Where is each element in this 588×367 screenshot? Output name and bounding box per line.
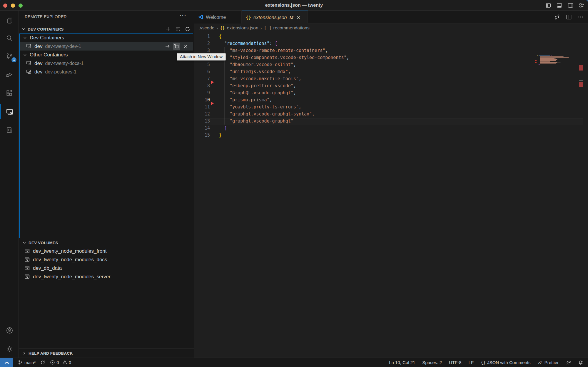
code-line[interactable]: 12 "graphql.vscode-graphql-syntax", (194, 110, 588, 118)
explorer-icon[interactable] (0, 13, 19, 28)
sidebar-remote-explorer: REMOTE EXPLORER ··· DEV CONTAINERS (19, 11, 194, 358)
feedback-icon (566, 360, 571, 365)
eol-status[interactable]: LF (469, 360, 474, 365)
minimap[interactable] (537, 55, 569, 66)
container-item[interactable]: devdev-twenty-docs-1 (20, 59, 193, 68)
code-line[interactable]: 4 "styled-components.vscode-styled-compo… (194, 54, 588, 61)
code-line[interactable]: 10 "prisma.prisma", (194, 96, 588, 103)
vscode-window: extensions.json — twenty (0, 0, 588, 367)
chevron-down-icon (21, 27, 26, 31)
title-bar: extensions.json — twenty (0, 0, 588, 11)
toggle-primary-sidebar-icon[interactable] (544, 2, 552, 9)
container-tools-icon[interactable] (0, 123, 19, 138)
notifications-status[interactable] (578, 360, 583, 365)
code-line[interactable]: 14 ] (194, 125, 588, 132)
stop-icon[interactable] (182, 43, 189, 50)
formatter-status[interactable]: ✓✓ Prettier (538, 360, 559, 365)
code-line[interactable]: 7 "ms-vscode.makefile-tools", (194, 75, 588, 82)
section-dev-volumes: DEV VOLUMES dev_twenty_node_modules_fron… (20, 239, 193, 281)
tab-extensions-json[interactable]: {} extensions.json M ✕ (242, 11, 308, 24)
double-check-icon: ✓✓ (538, 360, 543, 365)
toggle-panel-icon[interactable] (556, 2, 563, 9)
json-braces-icon: {} (246, 15, 251, 20)
source-control-badge: 1 (11, 57, 16, 62)
settings-gear-icon[interactable] (0, 341, 19, 356)
tree-group-other-containers[interactable]: Other Containers (20, 51, 193, 59)
cursor-position-status[interactable]: Ln 10, Col 21 (389, 360, 415, 365)
code-line[interactable]: 1{ (194, 33, 588, 40)
vscode-logo-icon (198, 14, 203, 20)
volume-item[interactable]: dev_twenty_node_modules_server (20, 272, 193, 281)
add-container-icon[interactable] (165, 26, 171, 32)
warnings-icon (62, 360, 67, 365)
customize-layout-icon[interactable] (578, 2, 585, 9)
code-line[interactable]: 9 "GraphQL.vscode-graphql", (194, 89, 588, 96)
remote-explorer-icon[interactable] (0, 104, 19, 119)
accounts-icon[interactable] (0, 323, 19, 338)
close-tab-icon[interactable]: ✕ (297, 15, 300, 20)
split-editor-icon[interactable] (565, 13, 573, 21)
more-actions-icon[interactable] (577, 13, 584, 21)
tab-welcome[interactable]: Welcome (194, 11, 242, 24)
open-changes-icon[interactable] (553, 13, 561, 21)
breadcrumb[interactable]: .vscode › {} extensions.json › [ ] recom… (194, 24, 588, 32)
chevron-right-icon (22, 351, 26, 356)
code-line[interactable]: 6 "unifiedjs.vscode-mdx", (194, 68, 588, 75)
code-editor[interactable]: 1{2 "recommendations": [3 "ms-vscode-rem… (194, 32, 588, 358)
section-header-dev-containers[interactable]: DEV CONTAINERS (19, 25, 194, 33)
dev-containers-tree: Dev Containersdevdev-twenty-dev-1Other C… (20, 33, 193, 76)
git-branch-status[interactable]: main* (18, 360, 36, 365)
section-header-dev-volumes[interactable]: DEV VOLUMES (20, 239, 193, 247)
sidebar-more-actions-icon[interactable]: ··· (180, 13, 187, 19)
clear-list-icon[interactable] (175, 26, 181, 32)
code-line[interactable]: 11 "yoavbls.pretty-ts-errors", (194, 103, 588, 110)
problems-status[interactable]: 0 0 (50, 360, 71, 365)
code-line[interactable]: 13 "graphql.vscode-graphql" (194, 118, 588, 125)
attach-current-window-icon[interactable] (164, 43, 171, 50)
section-header-help-and-feedback[interactable]: HELP AND FEEDBACK (19, 348, 194, 358)
code-line[interactable]: 5 "dbaeumer.vscode-eslint", (194, 61, 588, 68)
errors-icon (50, 360, 55, 365)
volume-item[interactable]: dev_twenty_node_modules_front (20, 247, 193, 255)
volume-icon (24, 257, 30, 262)
language-mode-status[interactable]: {} JSON with Comments (481, 360, 530, 365)
feedback-status[interactable] (566, 360, 571, 365)
breadcrumb-folder[interactable]: .vscode (199, 25, 214, 31)
volume-item[interactable]: dev_twenty_node_modules_docs (20, 255, 193, 264)
search-icon[interactable] (0, 31, 19, 46)
sync-status[interactable] (40, 360, 45, 365)
code-line[interactable]: 15} (194, 132, 588, 139)
chevron-down-icon (23, 36, 27, 40)
container-item[interactable]: devdev-twenty-dev-1 (20, 42, 193, 51)
git-deleted-lines-marker[interactable] (211, 102, 214, 105)
volume-icon (24, 265, 30, 271)
volume-item[interactable]: dev_db_data (20, 264, 193, 272)
volume-icon (24, 248, 30, 254)
extensions-icon[interactable] (0, 86, 19, 101)
breadcrumb-symbol[interactable]: recommendations (273, 25, 310, 31)
attach-new-window-icon[interactable] (173, 43, 180, 50)
code-line[interactable]: 3 "ms-vscode-remote.remote-containers", (194, 47, 588, 54)
encoding-status[interactable]: UTF-8 (449, 360, 462, 365)
remote-indicator[interactable]: >< (0, 358, 13, 367)
status-bar: >< main* 0 0 Ln 10, Col 21 Spaces: 2 (0, 358, 588, 367)
run-debug-icon[interactable] (0, 67, 19, 82)
code-line[interactable]: 2 "recommendations": [ (194, 40, 588, 47)
bell-dot-icon (578, 360, 583, 365)
volume-icon (24, 274, 30, 279)
container-item[interactable]: devdev-postgres-1 (20, 68, 193, 76)
indentation-status[interactable]: Spaces: 2 (422, 360, 442, 365)
git-deleted-lines-marker[interactable] (211, 81, 214, 84)
breadcrumb-file[interactable]: extensions.json (227, 25, 258, 31)
activity-bar: 1 (0, 11, 19, 358)
chevron-down-icon (22, 240, 27, 245)
tree-group-dev-containers[interactable]: Dev Containers (20, 33, 193, 42)
sidebar-title: REMOTE EXPLORER (25, 14, 67, 19)
array-symbol-icon: [ ] (264, 25, 271, 31)
code-line[interactable]: 8 "esbenp.prettier-vscode", (194, 82, 588, 89)
braces-icon: {} (481, 360, 486, 365)
toggle-secondary-sidebar-icon[interactable] (567, 2, 574, 9)
refresh-icon[interactable] (184, 26, 191, 32)
minimap-deleted-mark (535, 60, 537, 61)
source-control-icon[interactable]: 1 (0, 49, 19, 64)
